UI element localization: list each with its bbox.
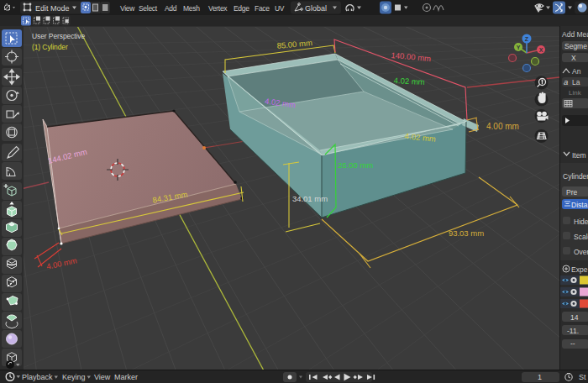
svg-text:Marker: Marker xyxy=(114,373,138,381)
svg-text:X: X xyxy=(539,47,543,53)
svg-text:Link: Link xyxy=(569,89,582,97)
svg-text:Keying: Keying xyxy=(62,373,86,381)
svg-text:4.00 mm: 4.00 mm xyxy=(486,122,519,131)
svg-text:--: -- xyxy=(570,339,575,348)
svg-text:St: St xyxy=(579,373,586,381)
svg-text:User Perspective: User Perspective xyxy=(32,32,85,40)
svg-text:Hide: Hide xyxy=(574,218,588,226)
svg-text:X: X xyxy=(571,54,576,62)
svg-text:La: La xyxy=(572,78,580,87)
svg-text:Y: Y xyxy=(517,45,521,50)
svg-text:-11.: -11. xyxy=(567,327,579,335)
svg-text:a: a xyxy=(564,77,568,87)
svg-text:4.02 mm: 4.02 mm xyxy=(393,76,425,87)
svg-text:1: 1 xyxy=(538,373,542,381)
svg-text:Item: Item xyxy=(572,151,586,160)
svg-text:Segme: Segme xyxy=(564,42,587,50)
svg-text:Add Mea: Add Mea xyxy=(562,30,588,39)
svg-text:26.00 mm: 26.00 mm xyxy=(338,160,373,170)
svg-text:Overl: Overl xyxy=(574,248,588,256)
svg-text:Z: Z xyxy=(525,36,529,42)
svg-text:Dista: Dista xyxy=(571,201,588,209)
svg-text:An: An xyxy=(572,67,581,76)
svg-text:Scale: Scale xyxy=(574,233,588,241)
svg-text:Global: Global xyxy=(305,4,327,13)
svg-text:Pre: Pre xyxy=(566,188,578,197)
svg-text:Playback: Playback xyxy=(22,373,53,381)
svg-text:14: 14 xyxy=(570,313,579,322)
svg-text:(1) Cylinder: (1) Cylinder xyxy=(32,43,68,51)
svg-text:Cylinder: Cylinder xyxy=(563,172,588,181)
svg-text:34.01 mm: 34.01 mm xyxy=(292,194,328,203)
svg-text:View: View xyxy=(94,373,111,381)
svg-text:Expe: Expe xyxy=(571,265,588,274)
svg-text:Edit Mode: Edit Mode xyxy=(35,4,70,13)
svg-text:93.03 mm: 93.03 mm xyxy=(449,228,484,238)
